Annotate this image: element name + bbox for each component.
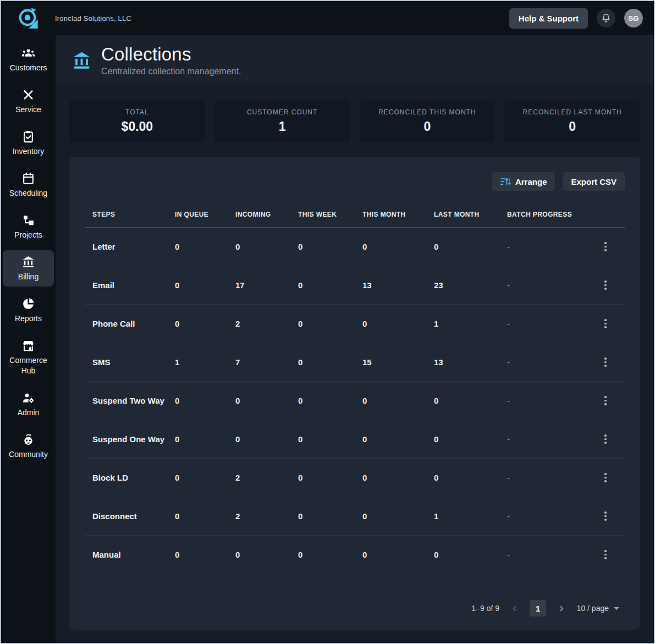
stat-label: RECONCILED THIS MONTH <box>378 108 476 116</box>
sidebar-item-label: Commerce Hub <box>4 355 53 376</box>
row-menu-button[interactable] <box>598 430 613 449</box>
batch-progress-value: - <box>507 473 586 482</box>
step-name: Suspend One Way <box>92 434 175 444</box>
table-row: Manual 0 0 0 0 0 - <box>85 536 625 574</box>
incoming-value: 2 <box>235 473 298 482</box>
export-csv-button[interactable]: Export CSV <box>563 172 625 191</box>
in-queue-value: 0 <box>175 511 235 521</box>
this-week-value: 0 <box>298 396 362 405</box>
bell-icon <box>601 13 612 24</box>
company-name: Ironclad Solutions, LLC <box>55 14 131 23</box>
help-support-button[interactable]: Help & Support <box>509 8 588 29</box>
sidebar-item[interactable]: Billing <box>3 250 54 287</box>
sidebar-item-icon <box>21 172 35 185</box>
sidebar-item-label: Reports <box>15 313 42 324</box>
sidebar-item[interactable]: Reports <box>3 292 54 328</box>
this-month-value: 0 <box>362 511 434 521</box>
sidebar-item[interactable]: Scheduling <box>3 167 54 203</box>
row-menu-button[interactable] <box>598 315 613 333</box>
row-menu-button[interactable] <box>598 507 613 526</box>
pagination: 1–9 of 9 ‹ 1 › 10 / page <box>69 600 640 630</box>
last-month-value: 1 <box>434 319 507 328</box>
sidebar-item[interactable]: Projects <box>3 208 54 245</box>
pagination-range: 1–9 of 9 <box>471 604 499 613</box>
incoming-value: 17 <box>235 280 298 290</box>
app-logo-icon <box>15 6 40 30</box>
this-week-value: 0 <box>298 511 362 521</box>
table-row: Phone Call 0 2 0 0 1 - <box>85 305 625 343</box>
sidebar-item-label: Customers <box>10 63 47 73</box>
stat-cards: TOTAL $0.00 CUSTOMER COUNT 1 RECONCILED … <box>69 100 640 142</box>
page-title: Collections <box>101 44 241 65</box>
stat-value: 0 <box>423 119 431 134</box>
sidebar-item[interactable]: Admin <box>3 386 54 422</box>
sidebar-item[interactable]: Inventory <box>3 125 54 161</box>
sidebar-item-icon <box>21 255 35 269</box>
batch-progress-value: - <box>507 434 586 444</box>
step-name: Disconnect <box>92 511 175 521</box>
table-header-row: STEPS IN QUEUE INCOMING THIS WEEK THIS M… <box>85 191 625 228</box>
column-header: THIS WEEK <box>298 211 362 218</box>
sidebar-item[interactable]: Community <box>3 428 54 464</box>
batch-progress-value: - <box>507 396 586 405</box>
column-header: IN QUEUE <box>175 211 235 218</box>
table-row: Block LD 0 2 0 0 0 - <box>85 459 625 497</box>
sidebar-item-icon <box>21 46 35 60</box>
sidebar-item[interactable]: Commerce Hub <box>3 334 54 381</box>
sort-icon <box>500 177 511 186</box>
next-page-button[interactable]: › <box>558 602 564 614</box>
in-queue-value: 0 <box>175 473 235 482</box>
sidebar-item[interactable]: Customers <box>3 41 54 78</box>
step-name: Manual <box>92 550 175 559</box>
stat-label: CUSTOMER COUNT <box>247 108 317 116</box>
stat-card: CUSTOMER COUNT 1 <box>214 100 350 142</box>
in-queue-value: 0 <box>175 242 235 251</box>
row-menu-button[interactable] <box>598 353 613 372</box>
current-page-button[interactable]: 1 <box>530 600 546 617</box>
prev-page-button[interactable]: ‹ <box>511 602 518 614</box>
main-content: Collections Centralized collection manag… <box>56 35 654 643</box>
column-header: INCOMING <box>235 211 298 218</box>
sidebar-item[interactable]: Service <box>3 83 54 119</box>
last-month-value: 23 <box>434 280 507 290</box>
incoming-value: 2 <box>235 319 298 328</box>
row-menu-button[interactable] <box>598 392 613 410</box>
step-name: Block LD <box>92 473 175 482</box>
table-row: Letter 0 0 0 0 0 - <box>85 228 625 266</box>
page-size-select[interactable]: 10 / page <box>577 604 619 613</box>
this-month-value: 0 <box>362 473 434 482</box>
notifications-button[interactable] <box>597 9 615 27</box>
step-name: Phone Call <box>92 319 175 328</box>
batch-progress-value: - <box>507 280 586 290</box>
row-menu-button[interactable] <box>598 238 613 256</box>
this-month-value: 0 <box>362 550 434 559</box>
sidebar-item-icon <box>21 433 35 447</box>
sidebar-item-label: Scheduling <box>9 188 47 199</box>
incoming-value: 7 <box>235 357 298 367</box>
in-queue-value: 1 <box>175 357 235 367</box>
row-menu-button[interactable] <box>598 469 613 487</box>
batch-progress-value: - <box>507 511 586 521</box>
sidebar-item-icon <box>21 391 35 405</box>
column-header: THIS MONTH <box>362 211 434 218</box>
row-menu-button[interactable] <box>598 276 613 295</box>
batch-progress-value: - <box>507 319 586 328</box>
stat-card: RECONCILED THIS MONTH 0 <box>360 100 496 142</box>
table-row: SMS 1 7 0 15 13 - <box>85 343 625 382</box>
collections-table-panel: Arrange Export CSV STEPS IN QUEUE INCOMI… <box>69 157 640 630</box>
this-month-value: 13 <box>362 280 434 290</box>
this-month-value: 0 <box>362 396 434 405</box>
sidebar-item-icon <box>21 339 35 353</box>
last-month-value: 0 <box>434 396 507 405</box>
table-row: Suspend Two Way 0 0 0 0 0 - <box>85 382 625 420</box>
table-row: Email 0 17 0 13 23 - <box>85 266 625 305</box>
arrange-button[interactable]: Arrange <box>492 172 555 191</box>
step-name: Suspend Two Way <box>92 396 175 405</box>
this-month-value: 0 <box>362 242 434 251</box>
table-toolbar: Arrange Export CSV <box>69 157 640 191</box>
in-queue-value: 0 <box>175 396 235 405</box>
incoming-value: 0 <box>235 550 298 559</box>
sidebar-item-label: Admin <box>18 408 40 418</box>
row-menu-button[interactable] <box>598 546 613 564</box>
user-avatar[interactable]: SG <box>624 9 643 27</box>
